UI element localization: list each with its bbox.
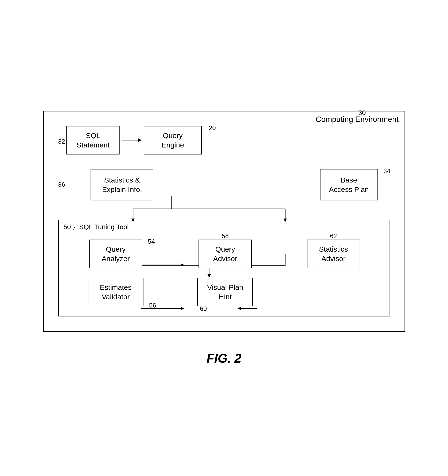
statistics-explain-label: Statistics &Explain Info. [102,175,142,194]
query-advisor-group: 58 QueryAdvisor [199,240,252,268]
arrow-sql-to-query [122,140,141,140]
tuning-grid: QueryAnalyzer 54 58 QueryAdvisor [68,240,380,306]
stats-explain-group: 36 Statistics &Explain Info. [58,169,154,200]
base-access-plan-label: BaseAccess Plan [329,175,369,194]
visual-plan-hint-box: Visual PlanHint [197,278,253,306]
estimates-validator-box: EstimatesValidator 56 [88,278,143,306]
visual-plan-group: 60 Visual PlanHint [197,278,253,306]
visual-plan-hint-label: Visual PlanHint [207,283,243,301]
row3: 50 ╱ SQL Tuning Tool [58,220,390,316]
sql-statement-box: SQLStatement [66,126,120,154]
ref-54-label: 54 [148,238,155,246]
statistics-explain-box: Statistics &Explain Info. [91,169,153,200]
connections-area: 36 Statistics &Explain Info. BaseAccess … [58,169,390,316]
query-advisor-box: QueryAdvisor [199,240,252,268]
ref-34-label: 34 [384,167,391,175]
base-access-group: BaseAccess Plan 34 [320,169,383,200]
query-analyzer-label: QueryAnalyzer [102,244,130,263]
diagram-wrapper: 32 SQLStatement QueryEngine 20 [58,126,390,316]
statistics-advisor-label: StatisticsAdvisor [319,244,348,263]
ref-32-label: 32 [58,138,65,145]
query-engine-label: QueryEngine [162,131,184,150]
statistics-advisor-box: StatisticsAdvisor [307,240,360,268]
sql-tuning-tool-label: 50 ╱ [64,223,75,231]
tuning-inner: QueryAnalyzer 54 58 QueryAdvisor [68,240,380,306]
ref-50-slash: ╱ [73,226,75,230]
estimates-validator-group: EstimatesValidator 56 [88,278,143,306]
statistics-advisor-group: 62 StatisticsAdvisor [307,240,360,268]
row2: 36 Statistics &Explain Info. BaseAccess … [58,169,390,200]
sql-tuning-tool-box: 50 ╱ SQL Tuning Tool [58,220,390,316]
ref-20-label: 20 [209,124,216,132]
ref-62-label: 62 [330,232,337,240]
query-advisor-label: QueryAdvisor [213,244,237,263]
sql-tuning-label-text: SQL Tuning Tool [79,223,129,231]
ref-50-label: 50 [64,223,71,231]
estimates-validator-label: EstimatesValidator [100,283,132,301]
svg-marker-20 [237,307,241,310]
figure-label: FIG. 2 [206,351,241,366]
ref-56-label: 56 [149,301,156,310]
arrow-line [122,140,141,140]
svg-marker-16 [181,307,184,310]
query-analyzer-box: QueryAnalyzer 54 [89,240,142,268]
query-analyzer-group: QueryAnalyzer 54 [89,240,142,268]
sql-statement-label: SQLStatement [77,131,110,150]
page-wrapper: 30 Computing Environment 32 SQLStatement… [0,101,448,375]
base-access-plan-box: BaseAccess Plan 34 [320,169,378,200]
query-engine-box: QueryEngine 20 [144,126,202,154]
ref-36-label: 36 [58,181,65,188]
computing-environment-box: 30 Computing Environment 32 SQLStatement… [43,111,405,332]
ref-58-label: 58 [222,232,229,240]
computing-environment-label: Computing Environment [316,115,398,124]
